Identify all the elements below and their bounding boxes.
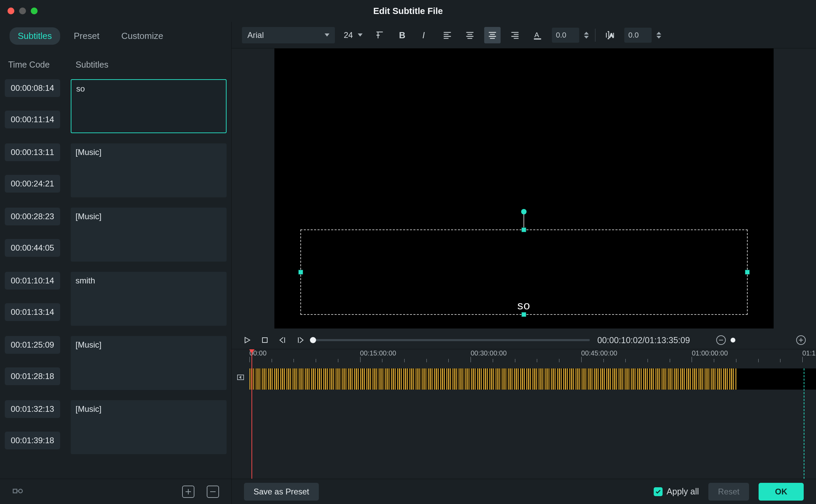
bold-button[interactable]: B bbox=[394, 27, 410, 43]
merge-icon[interactable] bbox=[12, 486, 23, 498]
end-timecode[interactable]: 00:00:24:21 bbox=[5, 175, 60, 193]
tab-subtitles[interactable]: Subtitles bbox=[10, 27, 60, 45]
line-spacing-icon: A bbox=[602, 27, 618, 43]
end-timecode[interactable]: 00:01:39:18 bbox=[5, 432, 60, 449]
subtitle-text[interactable]: smith bbox=[71, 272, 227, 326]
svg-rect-3 bbox=[534, 38, 541, 40]
save-preset-button[interactable]: Save as Preset bbox=[244, 483, 319, 501]
next-frame-button[interactable] bbox=[295, 335, 305, 345]
add-subtitle-button[interactable] bbox=[182, 486, 194, 498]
preview-subtitle-text: so bbox=[517, 299, 530, 312]
chevron-down-icon bbox=[358, 33, 363, 37]
line-spacing-group: 0.0 bbox=[624, 28, 661, 43]
text-vertical-button[interactable] bbox=[371, 27, 388, 43]
subtitle-text[interactable]: so bbox=[71, 79, 227, 133]
playback-controls: 00:00:10:02/01:13:35:09 bbox=[232, 331, 816, 349]
preview-area: so bbox=[232, 48, 816, 331]
zoom-slider[interactable] bbox=[731, 338, 735, 342]
subtitle-row[interactable]: 00:01:25:09 00:01:28:18 [Music] bbox=[5, 336, 227, 390]
subtitle-row[interactable]: 00:00:08:14 00:00:11:14 so bbox=[5, 79, 227, 133]
right-panel: Arial 24 B I bbox=[232, 22, 816, 479]
tab-customize[interactable]: Customize bbox=[113, 27, 172, 45]
start-timecode[interactable]: 00:00:08:14 bbox=[5, 79, 60, 97]
ruler-label: 01:00:00:00 bbox=[692, 349, 728, 357]
svg-text:B: B bbox=[399, 30, 405, 40]
maximize-window-icon[interactable] bbox=[31, 8, 38, 14]
resize-handle-bottom[interactable] bbox=[521, 312, 526, 317]
char-spacing-input[interactable]: 0.0 bbox=[552, 28, 579, 43]
line-spacing-input[interactable]: 0.0 bbox=[624, 28, 652, 43]
text-color-button[interactable]: A bbox=[529, 27, 546, 43]
start-timecode[interactable]: 00:01:10:14 bbox=[5, 272, 60, 290]
subtitle-list[interactable]: 00:00:08:14 00:00:11:14 so 00:00:13:11 0… bbox=[0, 76, 231, 479]
footer: Save as Preset Apply all Reset OK bbox=[0, 479, 816, 504]
end-timecode[interactable]: 00:01:28:18 bbox=[5, 367, 60, 385]
start-timecode[interactable]: 00:01:32:13 bbox=[5, 400, 60, 418]
resize-handle-right[interactable] bbox=[745, 270, 750, 275]
expand-icon[interactable] bbox=[236, 373, 245, 381]
start-timecode[interactable]: 00:01:25:09 bbox=[5, 336, 60, 354]
tab-preset[interactable]: Preset bbox=[66, 27, 108, 45]
end-timecode[interactable]: 00:01:13:14 bbox=[5, 303, 60, 321]
subtitle-text[interactable]: [Music] bbox=[71, 208, 227, 262]
italic-button[interactable]: I bbox=[417, 27, 433, 43]
line-spacing-stepper[interactable] bbox=[656, 32, 661, 39]
ok-button[interactable]: OK bbox=[759, 483, 804, 501]
progress-slider[interactable] bbox=[313, 339, 590, 341]
end-timecode[interactable]: 00:00:44:05 bbox=[5, 239, 60, 257]
progress-handle[interactable] bbox=[310, 337, 316, 343]
close-window-icon[interactable] bbox=[8, 8, 14, 14]
timeline-track[interactable]: 00:0000:15:00:0000:30:00:0000:45:00:0001… bbox=[249, 349, 816, 479]
subtitle-row[interactable]: 00:01:10:14 00:01:13:14 smith bbox=[5, 272, 227, 326]
play-button[interactable] bbox=[242, 335, 252, 345]
text-toolbar: Arial 24 B I bbox=[232, 22, 816, 48]
subtitle-row[interactable]: 00:00:28:23 00:00:44:05 [Music] bbox=[5, 208, 227, 262]
start-timecode[interactable]: 00:00:13:11 bbox=[5, 143, 60, 161]
subtitle-text[interactable]: [Music] bbox=[71, 400, 227, 454]
svg-text:A: A bbox=[534, 30, 539, 38]
font-select[interactable]: Arial bbox=[242, 27, 335, 43]
ruler-label: 00:45:00:00 bbox=[581, 349, 617, 357]
ruler-label: 00:15:00:00 bbox=[360, 349, 396, 357]
align-center-button[interactable] bbox=[462, 27, 478, 43]
font-size-select[interactable]: 24 bbox=[341, 30, 365, 40]
rotate-line bbox=[523, 212, 524, 227]
char-spacing-stepper[interactable] bbox=[584, 32, 589, 39]
rotate-handle[interactable] bbox=[521, 209, 527, 214]
zoom-out-button[interactable] bbox=[716, 335, 726, 345]
remove-subtitle-button[interactable] bbox=[207, 486, 219, 498]
subtitle-bounding-box[interactable]: so bbox=[300, 229, 748, 315]
end-timecode[interactable]: 00:00:11:14 bbox=[5, 111, 60, 128]
start-timecode[interactable]: 00:00:28:23 bbox=[5, 208, 60, 225]
titlebar: Edit Subtitle File bbox=[0, 0, 816, 22]
char-spacing-group: 0.0 bbox=[552, 28, 589, 43]
reset-button[interactable]: Reset bbox=[708, 483, 749, 501]
subtitle-row[interactable]: 00:00:13:11 00:00:24:21 [Music] bbox=[5, 143, 227, 197]
apply-all-checkbox[interactable]: Apply all bbox=[654, 487, 699, 496]
align-center2-button[interactable] bbox=[484, 27, 501, 43]
left-panel: Subtitles Preset Customize Time Code Sub… bbox=[0, 22, 232, 479]
subtitle-text[interactable]: [Music] bbox=[71, 336, 227, 390]
waveform[interactable] bbox=[249, 368, 816, 390]
font-size-value: 24 bbox=[344, 30, 353, 40]
stop-button[interactable] bbox=[260, 335, 270, 345]
playhead[interactable] bbox=[251, 351, 252, 479]
prev-frame-button[interactable] bbox=[277, 335, 288, 345]
svg-point-8 bbox=[19, 489, 23, 493]
minimize-window-icon[interactable] bbox=[19, 8, 26, 14]
ruler-label: 01:15 bbox=[802, 349, 816, 357]
resize-handle-left[interactable] bbox=[298, 270, 303, 275]
align-left-button[interactable] bbox=[439, 27, 455, 43]
timeline-ruler[interactable]: 00:0000:15:00:0000:30:00:0000:45:00:0001… bbox=[249, 349, 816, 366]
subtitle-row[interactable]: 00:01:32:13 00:01:39:18 [Music] bbox=[5, 400, 227, 454]
ruler-label: 00:30:00:00 bbox=[471, 349, 507, 357]
window-title: Edit Subtitle File bbox=[373, 6, 443, 16]
subtitle-text[interactable]: [Music] bbox=[71, 143, 227, 197]
checkbox-icon bbox=[654, 487, 663, 496]
chevron-down-icon bbox=[325, 33, 329, 37]
resize-handle-top[interactable] bbox=[521, 227, 526, 232]
timecode-display: 00:00:10:02/01:13:35:09 bbox=[597, 335, 690, 345]
zoom-in-button[interactable] bbox=[796, 335, 806, 345]
video-preview[interactable]: so bbox=[274, 48, 774, 328]
align-right-button[interactable] bbox=[507, 27, 523, 43]
